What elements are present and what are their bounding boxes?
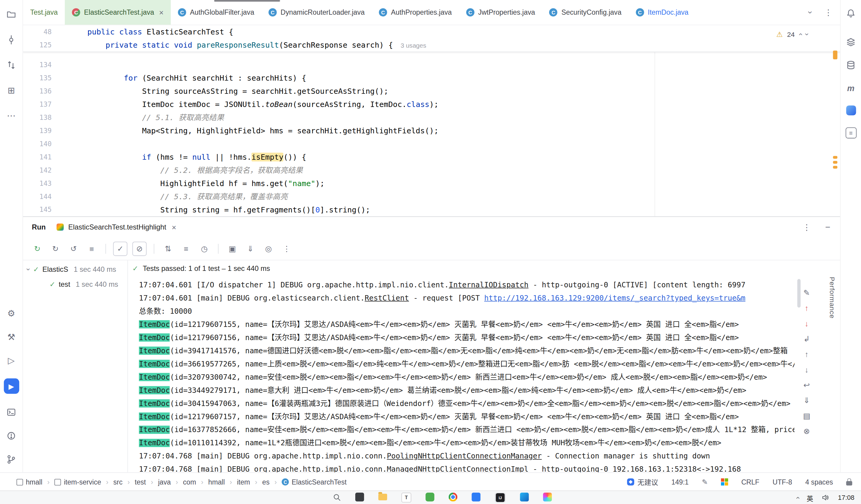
usages-inlay[interactable]: 3 usages — [400, 42, 426, 49]
indent-style[interactable]: 4 spaces — [805, 478, 833, 486]
line-number[interactable]: 138 — [23, 111, 59, 124]
more-tool-windows-icon[interactable]: ⋯ — [6, 110, 17, 121]
print-icon[interactable]: ▤ — [801, 410, 812, 422]
rerun-button[interactable]: ↻ — [31, 242, 44, 255]
line-number[interactable]: 136 — [23, 84, 59, 98]
down-icon[interactable]: ↓ — [801, 364, 812, 376]
tab-dynamicrouterloader-java[interactable]: CDynamicRouterLoader.java — [261, 0, 371, 25]
tab-authglobalfilter-java[interactable]: CAuthGlobalFilter.java — [171, 0, 261, 25]
performance-tab[interactable]: Performance — [828, 277, 836, 318]
tab-authproperties-java[interactable]: CAuthProperties.java — [372, 0, 459, 25]
tab-scrollbar[interactable] — [214, 0, 280, 1]
dark-app-icon[interactable] — [355, 493, 364, 501]
colorful-app-icon[interactable] — [543, 493, 552, 501]
ai-assistant-icon[interactable]: ≡ — [845, 127, 857, 138]
blue-app2-icon[interactable] — [520, 493, 529, 501]
next-warning-icon[interactable]: › — [803, 33, 811, 36]
plugins-icon[interactable] — [846, 106, 856, 115]
chevron-down-icon[interactable]: › — [806, 11, 816, 14]
tab-securityconfig-java[interactable]: CSecurityConfig.java — [542, 0, 629, 25]
build-icon[interactable]: ⚒ — [6, 331, 17, 342]
ai-suggestions-status[interactable]: 无建议 — [627, 477, 658, 487]
close-icon[interactable]: × — [159, 8, 164, 17]
tray-chevron-icon[interactable]: › — [793, 496, 801, 499]
tab-test-java[interactable]: Test.java — [23, 0, 65, 25]
clear-console-icon[interactable]: ⊗ — [801, 425, 812, 437]
commit-icon[interactable] — [6, 34, 17, 45]
more-options-icon[interactable]: ⋮ — [803, 222, 811, 232]
rerun-failed-button[interactable]: ↻ — [49, 242, 62, 255]
run-icon[interactable]: ▶ — [4, 379, 19, 394]
show-ignored-toggle[interactable]: ⊘ — [133, 242, 147, 256]
close-icon[interactable]: × — [172, 223, 176, 231]
problems-icon[interactable] — [6, 430, 17, 441]
run-configuration-tab[interactable]: ElasticSearchTest.testHighlight × — [57, 223, 176, 231]
clock[interactable]: 17:08 — [838, 494, 855, 502]
export-results-button[interactable]: ⇓ — [244, 242, 257, 255]
file-encoding[interactable]: UTF-8 — [773, 478, 792, 486]
jump-to-bottom-icon[interactable]: ↲ — [801, 333, 812, 345]
wechat-icon[interactable] — [425, 493, 434, 501]
breadcrumb-elasticsearchtest[interactable]: CElasticSearchTest — [282, 478, 346, 486]
readonly-toggle[interactable] — [846, 478, 852, 486]
line-separator[interactable]: CRLF — [741, 478, 759, 486]
breadcrumb-hmall[interactable]: hmall — [208, 478, 225, 486]
file-explorer-icon[interactable] — [378, 494, 387, 500]
breadcrumb-item-service[interactable]: item-service — [55, 478, 101, 486]
history-button[interactable]: ◷ — [198, 242, 211, 255]
terminal-icon[interactable] — [6, 406, 17, 418]
soft-wrap-icon[interactable]: ↩ — [801, 379, 812, 391]
line-number[interactable]: 139 — [23, 124, 59, 137]
code-editor[interactable]: 48public class ElasticSearchTest {125 pr… — [23, 25, 840, 216]
edit-source-icon[interactable]: ✎ — [801, 287, 812, 299]
tab-jwtproperties-java[interactable]: CJwtProperties.java — [459, 0, 542, 25]
ms-colors-status[interactable] — [721, 478, 728, 486]
breadcrumb-item[interactable]: item — [237, 478, 250, 486]
line-number[interactable]: 134 — [23, 58, 59, 71]
line-number[interactable]: 135 — [23, 71, 59, 84]
line-number[interactable]: 125 — [23, 38, 59, 52]
run-dashboard-icon[interactable]: ▷ — [6, 355, 17, 366]
console-link[interactable]: InternalIODispatch — [449, 281, 529, 289]
previous-failed-test-icon[interactable]: ↑ — [801, 302, 812, 314]
show-passed-toggle[interactable]: ✓ — [113, 242, 128, 256]
project-icon[interactable] — [6, 9, 17, 20]
services-icon[interactable]: ⚙ — [6, 308, 17, 318]
collapse-all-button[interactable]: ≡ — [179, 242, 193, 255]
maven-icon[interactable]: m — [845, 82, 857, 94]
breadcrumb-hmall[interactable]: hmall — [16, 478, 42, 486]
git-icon[interactable] — [6, 454, 17, 465]
ime-indicator[interactable]: 英 — [806, 493, 813, 502]
chrome-icon[interactable] — [449, 493, 457, 501]
line-number[interactable]: 140 — [23, 137, 59, 150]
test-tree-node-test[interactable]: ✓test1 sec 440 ms — [23, 277, 127, 291]
notifications-icon[interactable] — [845, 8, 857, 19]
error-stripe[interactable] — [832, 25, 838, 216]
tab-elasticsearchtest-java[interactable]: CElasticSearchTest.java× — [65, 0, 170, 25]
breadcrumb-src[interactable]: src — [113, 478, 123, 486]
sort-alphabetically-button[interactable]: ⇅ — [162, 242, 175, 255]
next-failed-test-icon[interactable]: ↓ — [801, 317, 812, 329]
proofread-status[interactable]: ✎ — [702, 478, 708, 486]
inspections-widget[interactable]: ⚠ 24 › › — [773, 29, 811, 40]
blue-app-icon[interactable] — [472, 493, 480, 501]
line-number[interactable]: 143 — [23, 177, 59, 190]
caret-position[interactable]: 149:1 — [671, 478, 689, 486]
layers-icon[interactable] — [845, 36, 857, 47]
scroll-to-end-icon[interactable]: ⇓ — [801, 394, 812, 406]
line-number[interactable]: 141 — [23, 150, 59, 164]
line-number[interactable]: 144 — [23, 190, 59, 203]
chevron-down-icon[interactable]: › — [25, 268, 33, 271]
screenshot-button[interactable]: ▣ — [226, 242, 239, 255]
volume-icon[interactable] — [821, 493, 830, 502]
up-icon[interactable]: ↑ — [801, 348, 812, 360]
t-app-icon[interactable]: T — [401, 493, 411, 503]
line-number[interactable]: 48 — [23, 25, 59, 38]
test-tree-node-root[interactable]: ›✓ElasticS1 sec 440 ms — [23, 262, 127, 276]
auto-test-button[interactable]: ↺ — [67, 242, 80, 255]
console-link[interactable]: RestClient — [365, 294, 409, 302]
options-button[interactable]: ◎ — [262, 242, 275, 255]
console-output[interactable]: 17:07:04.601 [I/O dispatcher 1] DEBUG or… — [128, 276, 794, 474]
database-icon[interactable] — [845, 59, 857, 70]
console-link[interactable]: http://192.168.163.129:9200/items/_searc… — [484, 294, 746, 302]
